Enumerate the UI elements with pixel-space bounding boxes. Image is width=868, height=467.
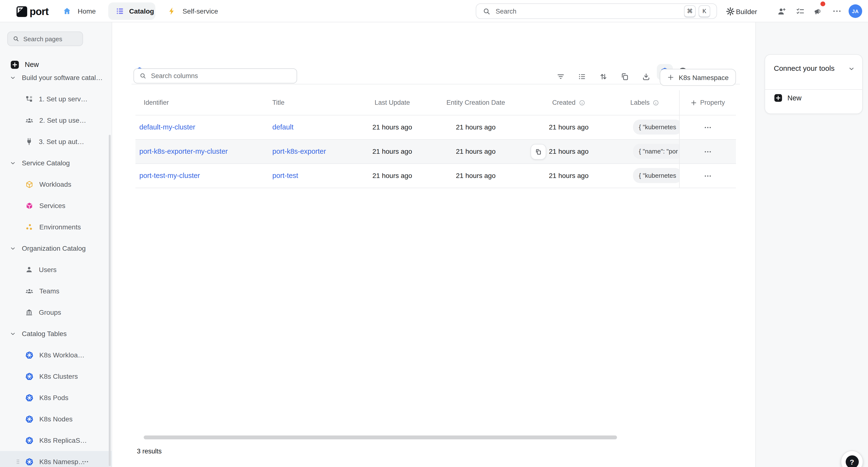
k-keycap: K (699, 5, 710, 17)
labels-cell: { "name": "por (611, 139, 679, 163)
avatar[interactable]: JA (848, 4, 862, 18)
copy-button[interactable] (531, 144, 546, 159)
title-link[interactable]: default (272, 123, 293, 131)
builder-label[interactable]: Builder (736, 7, 757, 15)
sidebar-section-catalog-tables[interactable]: Catalog Tables (0, 323, 112, 344)
section-label: Service Catalog (22, 159, 70, 167)
sidebar-section-organization-catalog[interactable]: Organization Catalog (0, 238, 112, 259)
checklist-icon[interactable] (796, 7, 805, 16)
entity-creation-date-cell: 21 hours ago (425, 115, 527, 139)
sidebar-section-build-catalog[interactable]: Build your software catal… (0, 67, 112, 88)
sidebar-tree: Build your software catal… 1. Set up ser… (0, 67, 112, 467)
question-mark-icon: ? (845, 455, 859, 467)
invite-user-icon[interactable] (777, 7, 786, 16)
megaphone-icon[interactable] (813, 7, 823, 16)
download-icon[interactable] (642, 72, 651, 81)
gear-icon[interactable] (726, 7, 735, 16)
col-header-identifier[interactable]: Identifier (135, 90, 267, 115)
col-header-title[interactable]: Title (267, 90, 360, 115)
sidebar-search-input[interactable]: Search pages (7, 32, 83, 46)
title-link[interactable]: port-k8s-exporter (272, 147, 326, 155)
sidebar-item-teams[interactable]: Teams (0, 280, 112, 302)
sidebar-section-service-catalog[interactable]: Service Catalog (0, 152, 112, 174)
global-search-input[interactable]: Search ⌘ K (476, 3, 717, 19)
sidebar-item-k8s-namespaces[interactable]: K8s Namesp… (0, 451, 112, 467)
copy-icon (535, 148, 542, 155)
row-more-icon[interactable] (704, 172, 712, 180)
labels-cell: { "kubernetes (611, 163, 679, 188)
results-count: 3 results (137, 447, 162, 455)
table-row[interactable]: port-k8s-exporter-my-cluster port-k8s-ex… (135, 139, 736, 163)
col-header-labels[interactable]: Labels (611, 90, 679, 115)
item-label: K8s Clusters (39, 372, 78, 380)
cmd-keycap: ⌘ (684, 5, 696, 17)
user-icon (25, 266, 33, 273)
table-row[interactable]: port-test-my-cluster port-test 21 hours … (135, 163, 736, 188)
tab-self-service[interactable]: Self-service (167, 0, 218, 22)
info-icon (652, 99, 659, 106)
card-divider (765, 89, 862, 90)
item-more-icon[interactable] (82, 458, 89, 465)
sidebar-item-k8s-replicasets[interactable]: K8s ReplicaS… (0, 430, 112, 451)
sidebar-item-setup-service[interactable]: 1. Set up serv… (0, 88, 112, 110)
lightning-icon (167, 7, 176, 15)
people-icon (25, 287, 33, 295)
col-header-entity-creation-date[interactable]: Entity Creation Date (425, 90, 527, 115)
sidebar-item-k8s-workloads[interactable]: K8s Workloa… (0, 344, 112, 366)
plus-square-icon (774, 94, 782, 102)
item-label: 1. Set up serv… (39, 95, 88, 103)
created-cell: 21 hours ago (527, 139, 611, 163)
home-icon (63, 7, 71, 15)
panel-new-button[interactable]: New (774, 94, 802, 102)
sidebar-item-k8s-nodes[interactable]: K8s Nodes (0, 408, 112, 430)
row-more-icon[interactable] (704, 148, 712, 156)
notification-dot (820, 1, 825, 6)
port-logo[interactable]: port (17, 6, 49, 18)
add-property-button[interactable]: Property (679, 90, 736, 115)
label-chip: { "kubernetes (633, 168, 679, 183)
copy-icon[interactable] (620, 72, 629, 81)
title-link[interactable]: port-test (272, 172, 298, 179)
plug-icon (25, 138, 33, 145)
sidebar-item-users[interactable]: Users (0, 259, 112, 280)
connect-tools-header[interactable]: Connect your tools (774, 64, 835, 72)
catalog-icon (116, 7, 124, 15)
sidebar-item-environments[interactable]: Environments (0, 216, 112, 238)
col-header-last-update[interactable]: Last Update (360, 90, 425, 115)
search-columns-input[interactable]: Search columns (133, 68, 297, 84)
filter-icon[interactable] (556, 72, 565, 81)
tab-home[interactable]: Home (63, 0, 96, 22)
add-k8s-namespace-button[interactable]: K8s Namespace (660, 69, 736, 86)
sidebar-item-k8s-pods[interactable]: K8s Pods (0, 387, 112, 408)
sidebar-item-services[interactable]: Services (0, 195, 112, 216)
sidebar-item-groups[interactable]: Groups (0, 302, 112, 323)
tab-catalog[interactable]: Catalog (108, 2, 155, 20)
sidebar-scrollbar[interactable] (109, 135, 111, 466)
label-chip: { "kubernetes (633, 120, 679, 135)
sidebar-item-workloads[interactable]: Workloads (0, 174, 112, 195)
group-by-icon[interactable] (578, 72, 586, 81)
row-more-icon[interactable] (704, 124, 712, 131)
item-label: K8s ReplicaS… (39, 436, 87, 444)
label-chip: { "name": "por (633, 144, 679, 159)
entity-creation-date-cell: 21 hours ago (425, 139, 527, 163)
more-menu-icon[interactable] (833, 8, 841, 14)
info-icon (579, 99, 585, 106)
sidebar-item-setup-automations[interactable]: 3. Set up aut… (0, 131, 112, 152)
tab-self-service-label: Self-service (183, 7, 218, 15)
section-label: Organization Catalog (22, 244, 86, 252)
identifier-link[interactable]: default-my-cluster (139, 123, 195, 131)
drag-handle-icon[interactable] (15, 458, 21, 466)
section-label: Build your software catal… (22, 74, 103, 81)
row-actions-cell (679, 163, 736, 188)
table-row[interactable]: default-my-cluster default 21 hours ago … (135, 115, 736, 139)
horizontal-scrollbar[interactable] (144, 435, 617, 439)
item-label: K8s Pods (39, 394, 68, 402)
sidebar: Search pages New Build your software cat… (0, 22, 112, 467)
sidebar-item-setup-users[interactable]: 2. Set up use… (0, 110, 112, 131)
col-header-created[interactable]: Created (527, 90, 611, 115)
identifier-link[interactable]: port-test-my-cluster (139, 172, 200, 179)
identifier-link[interactable]: port-k8s-exporter-my-cluster (139, 147, 228, 155)
sidebar-item-k8s-clusters[interactable]: K8s Clusters (0, 366, 112, 387)
sort-icon[interactable] (599, 72, 608, 81)
